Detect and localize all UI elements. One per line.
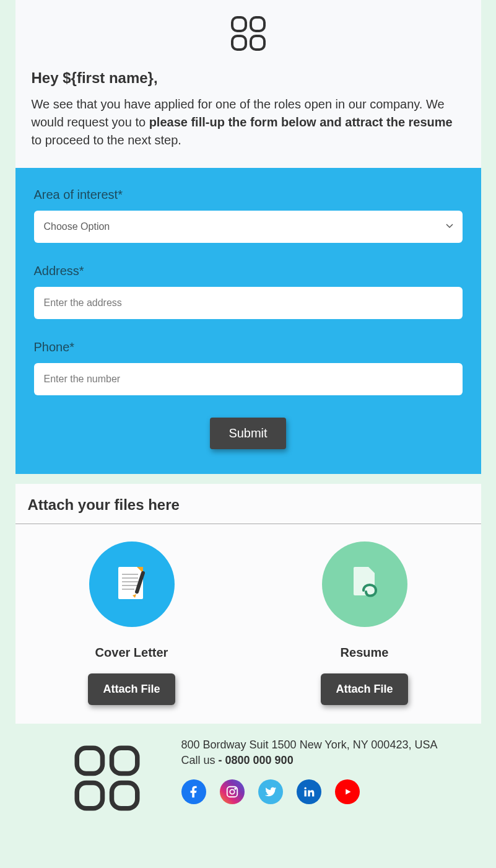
resume-attach-button[interactable]: Attach File [321, 673, 407, 705]
resume-icon [322, 541, 407, 627]
footer-logo [25, 739, 163, 818]
social-row [181, 779, 471, 804]
cover-letter-label: Cover Letter [15, 646, 248, 660]
svg-marker-24 [346, 789, 350, 794]
svg-rect-1 [251, 17, 264, 31]
company-logo-icon [228, 14, 268, 56]
form-card: Area of interest* Choose Option Address*… [15, 168, 481, 474]
youtube-icon[interactable] [335, 779, 360, 804]
svg-rect-16 [111, 748, 137, 773]
area-of-interest-label: Area of interest* [34, 188, 463, 202]
attach-divider [15, 524, 481, 524]
header-card: Hey ${first name}, We see that you have … [15, 0, 481, 168]
instagram-icon[interactable] [220, 779, 245, 804]
area-of-interest-selected-value: Choose Option [44, 221, 110, 232]
svg-rect-17 [77, 783, 102, 809]
footer-call: Call us - 0800 000 900 [181, 754, 471, 767]
footer-address: 800 Bordway Suit 1500 New York, NY 00042… [181, 739, 471, 752]
resume-column: Resume Attach File [248, 541, 481, 705]
submit-button[interactable]: Submit [210, 418, 285, 449]
footer-call-prefix: Call us [181, 754, 219, 766]
intro-paragraph: We see that you have applied for one of … [32, 95, 465, 149]
attach-heading: Attach your files here [15, 496, 481, 524]
resume-label: Resume [248, 646, 481, 660]
logo-wrap [32, 12, 465, 69]
cover-letter-column: Cover Letter Attach File [15, 541, 248, 705]
cover-letter-attach-button[interactable]: Attach File [88, 673, 175, 705]
intro-text-bold: please fill-up the form below and attrac… [149, 115, 453, 129]
address-input[interactable] [34, 287, 463, 319]
phone-input[interactable] [34, 363, 463, 395]
svg-rect-0 [232, 17, 246, 31]
svg-rect-18 [111, 783, 137, 809]
svg-rect-2 [232, 36, 246, 50]
intro-text-after: to proceed to the next step. [32, 133, 181, 147]
svg-rect-15 [77, 748, 102, 773]
twitter-icon[interactable] [258, 779, 283, 804]
svg-rect-22 [304, 791, 306, 797]
footer: 800 Bordway Suit 1500 New York, NY 00042… [15, 724, 481, 836]
linkedin-icon[interactable] [297, 779, 321, 804]
svg-point-21 [235, 788, 236, 789]
cover-letter-icon [89, 541, 175, 627]
company-logo-icon [70, 807, 144, 817]
svg-rect-3 [251, 36, 264, 50]
footer-call-number: - 0800 000 900 [219, 754, 294, 766]
area-of-interest-select[interactable]: Choose Option [34, 211, 463, 243]
facebook-icon[interactable] [181, 779, 206, 804]
attach-card: Attach your files here [15, 484, 481, 724]
svg-point-20 [230, 789, 234, 794]
phone-label: Phone* [34, 340, 463, 354]
svg-point-23 [304, 787, 306, 789]
greeting-heading: Hey ${first name}, [32, 69, 465, 87]
address-label: Address* [34, 264, 463, 278]
chevron-down-icon [445, 221, 454, 232]
